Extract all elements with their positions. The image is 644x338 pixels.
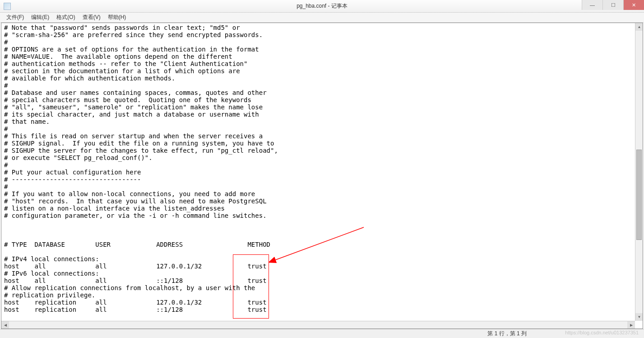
menu-view[interactable]: 查看(V) <box>79 13 104 22</box>
text-editor[interactable]: # Note that "password" sends passwords i… <box>1 23 643 329</box>
statusbar: 第 1 行，第 1 列 <box>0 329 644 338</box>
maximize-button[interactable]: ☐ <box>602 0 623 10</box>
menubar: 文件(F) 编辑(E) 格式(O) 查看(V) 帮助(H) <box>0 13 644 23</box>
scroll-thumb-v[interactable] <box>636 150 642 240</box>
vertical-scrollbar[interactable]: ▲ ▼ <box>635 23 643 321</box>
close-button[interactable]: ✕ <box>623 0 644 10</box>
editor-container: # Note that "password" sends passwords i… <box>1 23 643 329</box>
window-controls: — ☐ ✕ <box>582 0 644 10</box>
titlebar: pg_hba.conf - 记事本 — ☐ ✕ <box>0 0 644 13</box>
horizontal-scrollbar[interactable]: ◀ ▶ <box>1 321 635 329</box>
minimize-button[interactable]: — <box>582 0 602 10</box>
menu-format[interactable]: 格式(O) <box>53 13 79 22</box>
menu-help[interactable]: 帮助(H) <box>104 13 130 22</box>
window-title: pg_hba.conf - 记事本 <box>297 2 347 10</box>
cursor-position: 第 1 行，第 1 列 <box>487 330 527 338</box>
menu-edit[interactable]: 编辑(E) <box>28 13 53 22</box>
menu-file[interactable]: 文件(F) <box>3 13 28 22</box>
watermark-text: https://blog.csdn.net/u013237351 <box>565 330 639 335</box>
scroll-down-icon[interactable]: ▼ <box>635 313 643 321</box>
scroll-right-icon[interactable]: ▶ <box>627 321 635 329</box>
scroll-left-icon[interactable]: ◀ <box>1 321 9 329</box>
scroll-up-icon[interactable]: ▲ <box>635 23 643 31</box>
notepad-icon <box>4 3 11 10</box>
